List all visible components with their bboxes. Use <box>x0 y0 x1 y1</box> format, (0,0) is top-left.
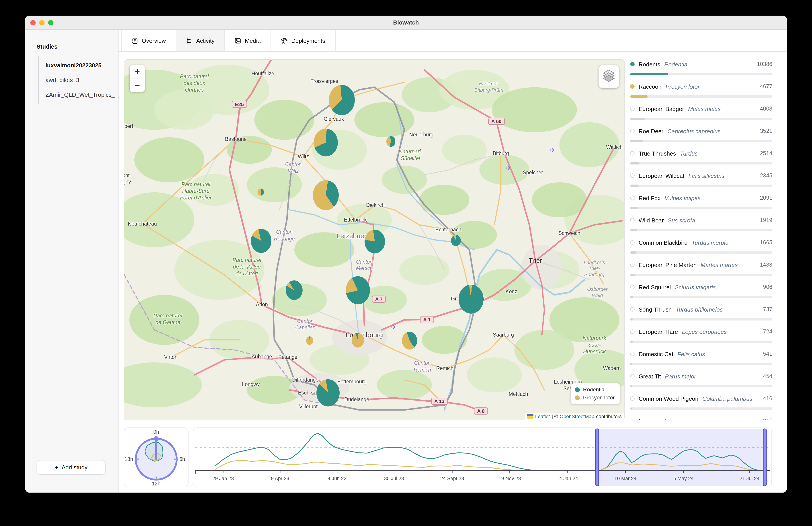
species-row[interactable]: European WildcatFelis silvestris2345 <box>630 171 772 187</box>
species-row[interactable]: European HareLepus europaeus724 <box>630 327 772 343</box>
add-study-button[interactable]: + Add study <box>37 460 106 475</box>
site-pie-marker[interactable] <box>387 137 395 147</box>
tab-activity[interactable]: Activity <box>176 30 224 51</box>
site-pie-marker[interactable] <box>314 129 338 156</box>
species-common-name: Great Tit <box>639 373 661 380</box>
map[interactable]: Parc naturel des deux OurthesParc nature… <box>124 59 625 420</box>
species-row[interactable]: Song ThrushTurdus philomelos737 <box>630 304 772 321</box>
species-scientific-name: Turdus philomelos <box>676 306 759 313</box>
species-dot[interactable] <box>630 262 635 267</box>
site-pie-marker[interactable] <box>346 276 370 304</box>
species-count: 3521 <box>760 128 772 134</box>
species-common-name: European Wildcat <box>639 172 684 179</box>
activity-content: Parc naturel des deux OurthesParc nature… <box>118 52 787 493</box>
species-scientific-name: Homo sapiens <box>664 417 759 420</box>
species-scientific-name: Felis silvestris <box>688 172 756 179</box>
species-row-line: Common BlackbirdTurdus merula1665 <box>630 238 772 247</box>
species-dot-selected[interactable] <box>630 62 635 67</box>
species-dot[interactable] <box>630 129 635 133</box>
axis-tick-label: 19 Nov 23 <box>498 475 521 481</box>
species-row[interactable]: RaccoonProcyon lotor4677 <box>630 82 772 98</box>
species-row-line: European HareLepus europaeus724 <box>630 327 772 337</box>
tab-media[interactable]: Media <box>225 30 271 51</box>
species-row[interactable]: Common Wood PigeonColumba palumbus416 <box>630 394 772 410</box>
road-badge: A 8 <box>474 408 488 415</box>
species-row[interactable]: Red SquirrelSciurus vulgaris906 <box>630 282 772 298</box>
legend-dot <box>575 387 580 392</box>
species-row[interactable]: Wild BoarSus scrofa1919 <box>630 215 772 231</box>
species-bar-fill <box>630 318 633 321</box>
species-bar-track <box>630 408 772 410</box>
species-row[interactable]: True ThrushesTurdus2514 <box>630 148 772 165</box>
species-bar-track <box>630 385 772 387</box>
clock-activity-chart[interactable]: 0h6h12h18h <box>124 428 188 487</box>
sidebar-item-study[interactable]: luxvalmoni20223025 <box>39 58 118 73</box>
species-dot[interactable] <box>630 374 635 379</box>
species-dot[interactable] <box>630 418 635 420</box>
species-row[interactable]: Great TitParus major454 <box>630 371 772 387</box>
site-pie-marker[interactable] <box>313 180 339 210</box>
species-dot[interactable] <box>630 151 635 156</box>
brush-handle-right[interactable] <box>763 429 766 486</box>
site-pie-marker[interactable] <box>329 85 355 115</box>
site-pie-marker[interactable] <box>316 379 339 406</box>
timeline-card: 29 Jan 239 Apr 234 Jun 2330 Jul 2324 Sep… <box>193 427 772 487</box>
species-dot[interactable] <box>630 329 635 334</box>
species-common-name: Red Fox <box>639 195 661 201</box>
clock-hour-label: 6h <box>179 456 185 462</box>
species-row[interactable]: HumansHomo sapiens315 <box>630 416 772 420</box>
species-bar-fill <box>630 140 643 142</box>
studies-sidebar: Studies luxvalmoni20223025awd_pilots_3ZA… <box>25 30 118 493</box>
site-pie-marker[interactable] <box>251 229 272 253</box>
brush-handle-left[interactable] <box>595 429 598 486</box>
species-row[interactable]: Roe DeerCapreolus capreolus3521 <box>630 126 772 142</box>
site-pie-marker[interactable] <box>458 285 483 314</box>
species-row[interactable]: European BadgerMeles meles4008 <box>630 104 772 120</box>
site-pie-marker[interactable] <box>365 230 385 254</box>
species-bar-track <box>630 274 772 276</box>
site-pie-marker[interactable] <box>286 280 303 300</box>
species-row[interactable]: RodentsRodentia10386 <box>630 59 772 75</box>
species-dot[interactable] <box>630 106 635 111</box>
titlebar[interactable]: Biowatch <box>25 16 787 30</box>
axis-tick-label: 29 Jan 23 <box>212 475 234 481</box>
species-row[interactable]: Common BlackbirdTurdus merula1665 <box>630 238 772 254</box>
sidebar-item-study[interactable]: awd_pilots_3 <box>39 73 118 87</box>
species-dot[interactable] <box>630 173 635 178</box>
species-dot[interactable] <box>630 352 635 356</box>
species-bar-track <box>630 95 772 98</box>
tab-deployments[interactable]: Deployments <box>271 30 336 51</box>
timeline-chart[interactable]: 29 Jan 239 Apr 234 Jun 2330 Jul 2324 Sep… <box>193 428 771 487</box>
species-dot[interactable] <box>630 240 635 245</box>
species-row[interactable]: European Pine MartenMartes martes1483 <box>630 260 772 276</box>
species-common-name: Domestic Cat <box>639 351 673 357</box>
add-study-label: Add study <box>62 464 88 471</box>
species-dot[interactable] <box>630 285 635 289</box>
site-pie-marker[interactable] <box>306 337 314 345</box>
site-pie-marker[interactable] <box>451 235 461 246</box>
zoom-in-button[interactable]: + <box>130 65 145 79</box>
clock-activity-card: 0h6h12h18h <box>124 427 189 487</box>
species-dot[interactable] <box>630 396 635 401</box>
species-row[interactable]: Red FoxVulpes vulpes2091 <box>630 193 772 209</box>
species-scientific-name: Sus scrofa <box>668 217 756 224</box>
species-list[interactable]: RodentsRodentia10386RaccoonProcyon lotor… <box>630 59 772 420</box>
tab-label: Activity <box>196 37 214 44</box>
tab-overview[interactable]: Overview <box>121 30 176 51</box>
sidebar-item-study[interactable]: ZAmir_QLD_Wet_Tropics_ <box>39 87 118 102</box>
species-dot[interactable] <box>630 218 635 223</box>
osm-link[interactable]: OpenStreetMap <box>560 414 594 419</box>
species-bar-track <box>630 73 772 75</box>
species-row-line: Roe DeerCapreolus capreolus3521 <box>630 126 772 136</box>
road-badge: E25 <box>232 101 247 108</box>
species-row[interactable]: Domestic CatFelis catus541 <box>630 349 772 365</box>
legend-item: Rodentia <box>575 386 614 393</box>
leaflet-link[interactable]: Leaflet <box>535 414 550 419</box>
species-dot[interactable] <box>630 196 635 200</box>
zoom-out-button[interactable]: − <box>130 79 145 92</box>
species-dot[interactable] <box>630 307 635 312</box>
layers-control[interactable] <box>598 65 619 88</box>
species-row-line: Common Wood PigeonColumba palumbus416 <box>630 394 772 403</box>
species-scientific-name: Sciurus vulgaris <box>675 284 759 290</box>
species-dot-selected[interactable] <box>630 84 635 89</box>
